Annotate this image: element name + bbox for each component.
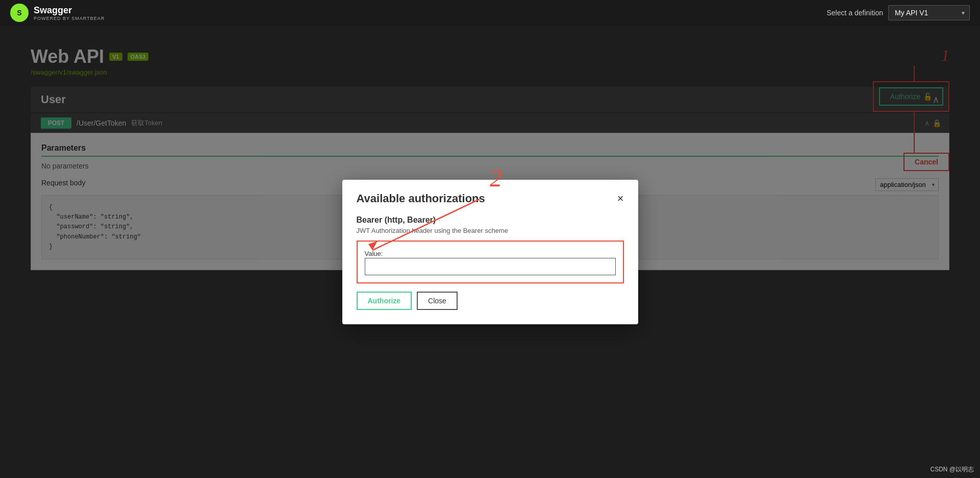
value-label: Value: [365,250,383,257]
modal: Available authorizations × Bearer (http,… [342,180,638,324]
modal-overlay: Available authorizations × Bearer (http,… [0,26,980,478]
brand-area: S Swagger powered by SMARTBEAR [10,4,105,22]
navbar: S Swagger powered by SMARTBEAR Select a … [0,0,980,26]
brand-name: Swagger [34,5,72,15]
modal-header: Available authorizations × [357,192,624,205]
api-select-wrapper[interactable]: My API V1 [888,5,970,20]
red-box-input: Value: [357,241,624,283]
api-select[interactable]: My API V1 [888,5,970,20]
bearer-title: Bearer (http, Bearer) [357,216,624,225]
modal-title: Available authorizations [357,192,485,205]
swagger-logo: S [10,4,29,22]
brand-sub: powered by SMARTBEAR [34,16,105,21]
navbar-right: Select a definition My API V1 [826,5,970,20]
select-definition-label: Select a definition [826,9,883,17]
bearer-desc: JWT Authorization header using the Beare… [357,227,624,234]
csdn-watermark: CSDN @以明志 [930,465,974,474]
bearer-value-input[interactable] [365,258,616,275]
modal-authorize-button[interactable]: Authorize [357,292,412,310]
modal-close-button[interactable]: × [617,193,624,204]
brand-text-area: Swagger powered by SMARTBEAR [34,5,105,21]
modal-actions: Authorize Close [357,292,624,310]
modal-close-btn[interactable]: Close [417,292,458,310]
